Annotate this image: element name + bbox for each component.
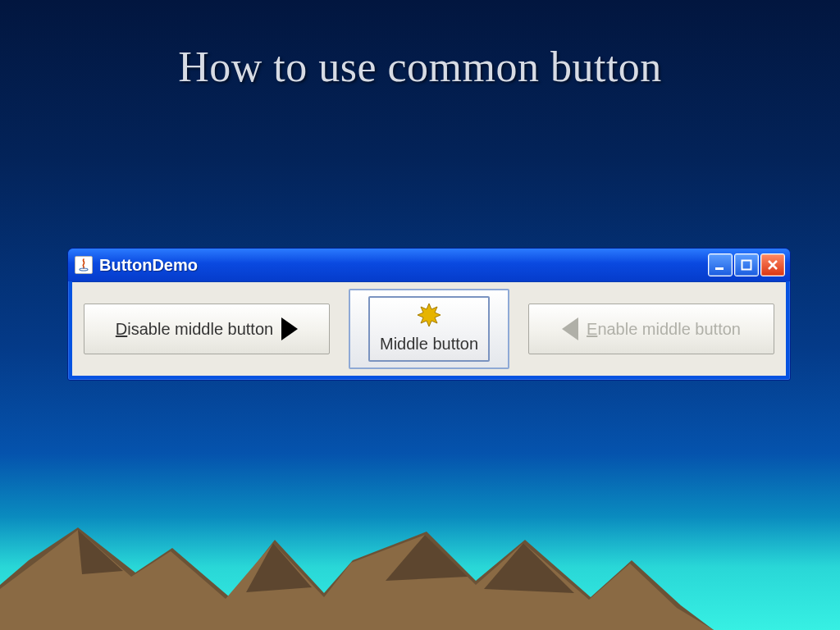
svg-point-0 bbox=[80, 268, 88, 271]
window-title: ButtonDemo bbox=[99, 256, 198, 275]
button-label: Middle button bbox=[380, 335, 478, 354]
minimize-button[interactable] bbox=[708, 253, 733, 276]
svg-rect-1 bbox=[715, 267, 724, 270]
title-bar[interactable]: ButtonDemo bbox=[68, 249, 790, 281]
maximize-button[interactable] bbox=[734, 253, 759, 276]
arrow-right-icon bbox=[281, 317, 298, 340]
svg-marker-10 bbox=[386, 535, 468, 581]
disable-middle-button[interactable]: Disable middle button bbox=[84, 304, 330, 354]
button-label: Disable middle button bbox=[116, 320, 273, 339]
svg-rect-2 bbox=[742, 261, 751, 270]
close-button[interactable] bbox=[760, 253, 785, 276]
sun-icon bbox=[417, 303, 441, 331]
svg-marker-8 bbox=[78, 530, 123, 574]
button-label: Enable middle button bbox=[587, 320, 741, 339]
arrow-left-icon bbox=[562, 317, 578, 340]
middle-button[interactable]: Middle button bbox=[368, 296, 490, 362]
window-client-area: Disable middle button Middle button Enab… bbox=[72, 281, 786, 376]
enable-middle-button: Enable middle button bbox=[528, 304, 774, 354]
slide-title: How to use common button bbox=[0, 43, 840, 91]
svg-marker-5 bbox=[418, 304, 441, 326]
svg-marker-11 bbox=[484, 543, 574, 593]
middle-button-focus: Middle button bbox=[349, 289, 509, 369]
java-app-icon bbox=[75, 256, 93, 274]
window-frame: ButtonDemo Disable middle button bbox=[67, 248, 791, 381]
mountain-decoration bbox=[0, 482, 840, 630]
svg-marker-9 bbox=[246, 543, 312, 592]
svg-marker-7 bbox=[0, 530, 714, 630]
svg-marker-6 bbox=[0, 527, 714, 630]
